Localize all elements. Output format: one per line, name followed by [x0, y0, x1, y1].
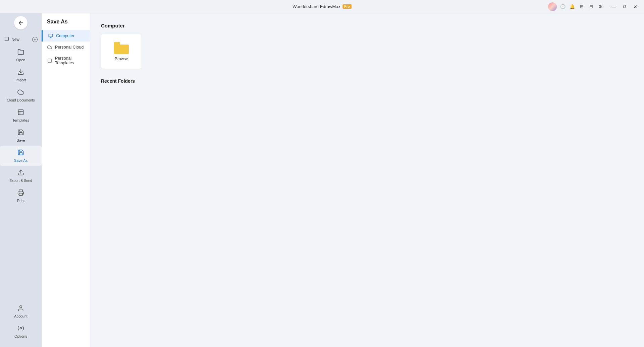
cloud-icon	[17, 89, 24, 97]
open-icon	[17, 49, 24, 57]
app-body: New + Open Import Cloud Documents	[0, 13, 644, 347]
export-icon	[17, 169, 24, 177]
grid-icon[interactable]: ⊞	[578, 3, 585, 10]
title-bar: Wondershare EdrawMax Pro 🕐 🔔 ⊞ ⊟ ⚙ — ⧉ ✕	[0, 0, 644, 13]
svg-rect-7	[49, 34, 53, 37]
minimize-button[interactable]: —	[609, 2, 619, 11]
sidebar-item-new[interactable]: New +	[0, 33, 42, 45]
sidebar-bottom: Account Options	[0, 301, 42, 347]
sidebar-cloud-label: Cloud Documents	[7, 98, 35, 102]
sidebar-account-label: Account	[14, 314, 28, 318]
avatar[interactable]	[548, 2, 557, 11]
folder-icon	[114, 42, 129, 54]
close-button[interactable]: ✕	[631, 2, 640, 11]
sidebar-import-label: Import	[15, 78, 26, 82]
new-icon	[4, 36, 9, 43]
sidebar-item-templates[interactable]: Templates	[0, 106, 42, 126]
import-icon	[17, 69, 24, 77]
clock-icon[interactable]: 🕐	[559, 3, 566, 10]
sidebar-item-cloud-documents[interactable]: Cloud Documents	[0, 85, 42, 106]
settings-icon[interactable]: ⚙	[597, 3, 604, 10]
app-title: Wondershare EdrawMax	[292, 4, 340, 9]
saveas-icon	[17, 149, 24, 157]
svg-rect-10	[48, 59, 52, 63]
personal-cloud-icon	[47, 45, 52, 50]
section-title: Computer	[101, 23, 633, 28]
sidebar-item-account[interactable]: Account	[0, 301, 42, 322]
window-controls: — ⧉ ✕	[609, 2, 640, 11]
panel-menu-computer[interactable]: Computer	[42, 30, 90, 42]
sidebar-item-export-send[interactable]: Export & Send	[0, 166, 42, 186]
panel-cloud-label: Personal Cloud	[55, 45, 84, 50]
sidebar-new-label: New	[11, 37, 19, 42]
panel-computer-label: Computer	[56, 33, 74, 38]
sidebar-save-label: Save	[16, 138, 25, 142]
svg-point-6	[20, 328, 22, 329]
panel-menu-personal-templates[interactable]: Personal Templates	[42, 53, 90, 68]
sidebar-templates-label: Templates	[12, 118, 29, 122]
bell-icon[interactable]: 🔔	[569, 3, 576, 10]
print-icon	[17, 189, 24, 197]
recent-folders-title: Recent Folders	[101, 78, 633, 84]
options-icon	[17, 325, 24, 333]
browse-label: Browse	[115, 57, 128, 61]
sidebar-open-label: Open	[16, 58, 25, 62]
sidebar-export-label: Export & Send	[9, 179, 32, 183]
sidebar-item-import[interactable]: Import	[0, 65, 42, 85]
sidebar-item-save-as[interactable]: Save As	[0, 146, 42, 166]
templates-icon	[17, 109, 24, 117]
save-as-panel: Save As Computer Personal Cloud Personal…	[42, 13, 90, 347]
svg-point-5	[20, 306, 22, 308]
restore-button[interactable]: ⧉	[620, 2, 629, 11]
back-button[interactable]	[14, 16, 28, 29]
main-content: Computer Browse Recent Folders	[90, 13, 644, 347]
sidebar-saveas-label: Save As	[14, 158, 28, 162]
panel-menu-personal-cloud[interactable]: Personal Cloud	[42, 42, 90, 53]
browse-card[interactable]: Browse	[101, 34, 142, 69]
sidebar-print-label: Print	[17, 199, 25, 203]
sidebar-item-save[interactable]: Save	[0, 126, 42, 146]
sidebar-item-print[interactable]: Print	[0, 186, 42, 206]
title-bar-right: 🕐 🔔 ⊞ ⊟ ⚙ — ⧉ ✕	[548, 2, 640, 11]
personal-templates-icon	[47, 58, 52, 63]
title-bar-center: Wondershare EdrawMax Pro	[292, 4, 352, 9]
svg-rect-0	[5, 37, 9, 41]
save-icon	[17, 129, 24, 137]
new-plus-icon: +	[32, 37, 38, 42]
save-as-title: Save As	[42, 19, 90, 30]
account-icon	[17, 305, 24, 313]
sidebar-item-open[interactable]: Open	[0, 45, 42, 65]
computer-icon	[48, 33, 53, 39]
pro-badge: Pro	[342, 4, 352, 9]
sidebar-left: New + Open Import Cloud Documents	[0, 13, 42, 347]
svg-rect-2	[18, 110, 23, 115]
panel-templates-label: Personal Templates	[55, 56, 85, 65]
filter-icon[interactable]: ⊟	[588, 3, 594, 10]
sidebar-item-options[interactable]: Options	[0, 322, 42, 342]
sidebar-options-label: Options	[14, 334, 27, 338]
svg-rect-4	[19, 193, 22, 196]
